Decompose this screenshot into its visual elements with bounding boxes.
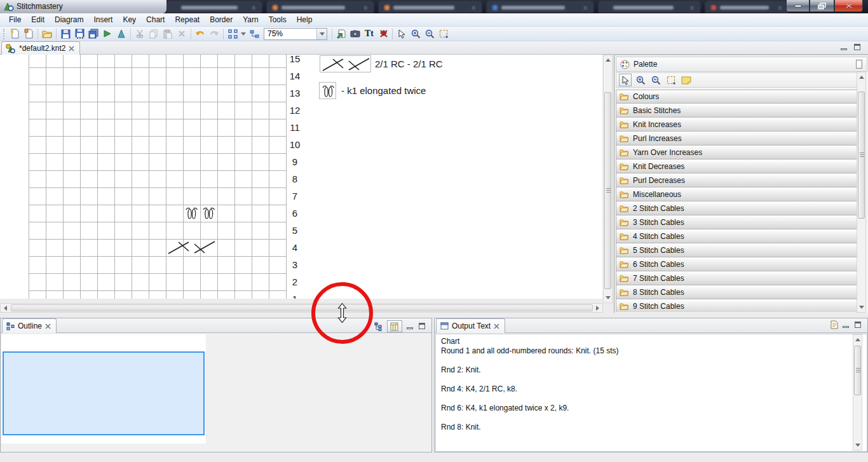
pointer-tool-button[interactable] — [395, 27, 409, 40]
minimize-output-icon[interactable] — [842, 322, 850, 329]
palette-category-9-stitch-cables[interactable]: 9 Stitch Cables — [616, 299, 857, 312]
green-play-button[interactable] — [100, 27, 114, 40]
output-scrollbar[interactable] — [853, 334, 862, 451]
maximize-output-icon[interactable] — [854, 322, 862, 329]
editor-hscrollbar[interactable] — [0, 303, 603, 313]
close-button[interactable] — [834, 0, 863, 12]
marquee-select-button[interactable] — [437, 27, 451, 40]
text-tool-button[interactable]: Tt — [362, 27, 376, 40]
menu-key[interactable]: Key — [118, 14, 141, 25]
legend-elongated-box[interactable] — [319, 82, 336, 99]
palette-note-tool[interactable] — [680, 74, 693, 86]
outline-chart-thumbnail[interactable] — [1, 334, 206, 444]
delete-key-button[interactable] — [376, 27, 390, 40]
open-file-button[interactable] — [40, 27, 54, 40]
menu-diagram[interactable]: Diagram — [50, 14, 88, 25]
camera-button[interactable] — [348, 27, 362, 40]
palette-pointer-tool[interactable] — [619, 74, 632, 86]
horizontal-splitter[interactable] — [0, 313, 868, 318]
outline-viewport-rect[interactable] — [3, 351, 205, 435]
maximize-editor-icon[interactable] — [853, 44, 862, 51]
menu-chart[interactable]: Chart — [141, 14, 170, 25]
save-button[interactable] — [58, 27, 72, 40]
outline-close-icon[interactable] — [45, 323, 51, 329]
menu-border[interactable]: Border — [205, 14, 238, 25]
delete-button[interactable] — [175, 27, 189, 40]
snap-grid-button[interactable] — [226, 27, 240, 40]
palette-category-8-stitch-cables[interactable]: 8 Stitch Cables — [616, 285, 857, 299]
palette-marquee-tool[interactable] — [665, 74, 677, 86]
minimize-button[interactable] — [786, 0, 810, 12]
palette-zoom-in-tool[interactable] — [634, 74, 647, 86]
palette-category-6-stitch-cables[interactable]: 6 Stitch Cables — [616, 257, 857, 271]
palette-scroll-thumb[interactable] — [858, 92, 865, 219]
menu-file[interactable]: File — [4, 14, 26, 25]
restore-button[interactable] — [810, 0, 834, 12]
elongated-symbol-r6c11[interactable] — [200, 205, 217, 222]
document-icon[interactable] — [831, 320, 838, 329]
palette-category-7-stitch-cables[interactable]: 7 Stitch Cables — [616, 271, 857, 285]
knitting-chart-grid[interactable] — [29, 55, 287, 299]
menu-help[interactable]: Help — [292, 14, 318, 25]
editor-tab-default2[interactable]: *default2.knt2 — [1, 41, 80, 55]
export-image-button[interactable] — [334, 27, 348, 40]
palette-category-knit-increases[interactable]: Knit Increases — [616, 118, 857, 132]
elongated-symbol-r6c10[interactable] — [183, 205, 200, 222]
palette-header[interactable]: Palette — [616, 57, 867, 72]
cut-button[interactable] — [133, 27, 147, 40]
editor-vscroll-thumb[interactable] — [604, 92, 611, 289]
menu-yarn[interactable]: Yarn — [238, 14, 263, 25]
scroll-down-arrow[interactable] — [853, 441, 862, 449]
scroll-left-arrow[interactable] — [1, 304, 10, 312]
scroll-up-arrow[interactable] — [604, 56, 612, 64]
outline-tab[interactable]: Outline — [2, 318, 57, 333]
teal-sail-button[interactable] — [114, 27, 128, 40]
palette-category-purl-increases[interactable]: Purl Increases — [616, 132, 857, 146]
scroll-up-arrow[interactable] — [853, 336, 862, 344]
palette-category-knit-decreases[interactable]: Knit Decreases — [616, 160, 857, 173]
menu-repeat[interactable]: Repeat — [170, 14, 205, 25]
palette-category-yarn-over-increases[interactable]: Yarn Over Increases — [616, 146, 857, 160]
palette-category-4-stitch-cables[interactable]: 4 Stitch Cables — [616, 229, 857, 243]
palette-category-purl-decreases[interactable]: Purl Decreases — [616, 173, 857, 187]
zoom-level-combobox[interactable]: 75% — [264, 28, 327, 40]
palette-chevron-icon[interactable] — [857, 60, 862, 68]
diagram-layout-button[interactable] — [247, 27, 261, 40]
menu-insert[interactable]: Insert — [88, 14, 118, 25]
paste-button[interactable] — [161, 27, 175, 40]
undo-button[interactable] — [193, 27, 207, 40]
palette-category-3-stitch-cables[interactable]: 3 Stitch Cables — [616, 215, 857, 229]
redo-button[interactable] — [207, 27, 221, 40]
output-text-body[interactable]: ChartRound 1 and all odd-numbered rounds… — [435, 334, 867, 452]
save-as-button[interactable] — [72, 27, 86, 40]
palette-category-miscellaneous[interactable]: Miscellaneous — [616, 187, 857, 201]
output-scroll-thumb[interactable] — [854, 346, 861, 395]
cable-symbol-row4[interactable] — [166, 239, 217, 256]
scroll-right-arrow[interactable] — [593, 304, 602, 312]
minimize-outline-icon[interactable] — [406, 323, 414, 330]
zoom-out-button[interactable] — [423, 27, 437, 40]
palette-category-colours[interactable]: Colours — [616, 90, 857, 104]
minimize-editor-icon[interactable] — [840, 44, 848, 51]
editor-vscrollbar[interactable] — [603, 55, 613, 303]
maximize-outline-icon[interactable] — [418, 323, 426, 330]
chart-canvas[interactable]: 151413121110987654321 2/1 RC - 2/1 RC - … — [0, 55, 602, 299]
scroll-down-arrow[interactable] — [604, 294, 612, 302]
tab-close-icon[interactable] — [69, 46, 74, 51]
output-text-tab[interactable]: Output Text — [436, 318, 505, 333]
new-text-document-button[interactable] — [22, 27, 36, 40]
thumbnail-view-button[interactable] — [387, 320, 402, 332]
scroll-down-arrow[interactable] — [857, 303, 865, 311]
new-document-button[interactable] — [8, 27, 22, 40]
palette-category-2-stitch-cables[interactable]: 2 Stitch Cables — [616, 201, 857, 215]
editor-hscroll-thumb[interactable] — [11, 304, 593, 311]
scroll-up-arrow[interactable] — [857, 73, 865, 81]
tree-view-icon[interactable] — [374, 322, 383, 331]
snap-grid-dropdown[interactable] — [240, 27, 247, 40]
copy-button[interactable] — [147, 27, 161, 40]
palette-zoom-out-tool[interactable] — [649, 74, 662, 86]
palette-category-basic-stitches[interactable]: Basic Stitches — [616, 104, 857, 118]
menu-tools[interactable]: Tools — [264, 14, 292, 25]
legend-cable-box[interactable] — [320, 55, 371, 72]
menu-edit[interactable]: Edit — [26, 14, 50, 25]
